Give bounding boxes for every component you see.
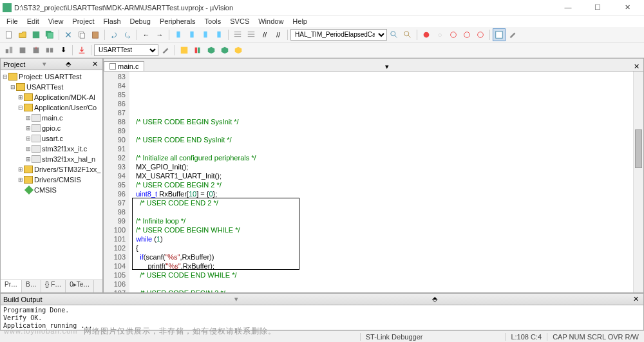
tree-node[interactable]: ⊟Application/User/Co [2,102,101,113]
svg-rect-19 [10,46,12,53]
project-panel-header: Project ▾ ⬘ ✕ [1,59,102,70]
new-icon[interactable] [3,28,15,41]
menu-svcs[interactable]: SVCS [226,17,253,25]
menu-view[interactable]: View [44,17,68,25]
books-icon[interactable] [191,44,204,57]
tree-node[interactable]: ⊞main.c [2,113,101,123]
pack2-icon[interactable] [218,44,231,57]
svg-rect-26 [198,47,200,53]
panel-dropdown-icon[interactable]: ▾ [43,60,46,68]
tab-dropdown-icon[interactable]: ▾ [381,62,393,71]
bookmark-icon[interactable] [172,28,185,41]
project-tree[interactable]: ⊟Project: USARTTest⊟USARTTest⊞Applicatio… [1,70,102,280]
outdent-icon[interactable] [245,28,258,41]
svg-point-15 [464,32,470,37]
status-debugger: ST-Link Debugger [360,333,428,341]
menu-file[interactable]: File [3,17,22,25]
tab-main-c[interactable]: main.c [104,61,144,71]
nav-fwd-icon[interactable]: → [153,28,166,41]
build-icon[interactable] [16,44,29,57]
uncomment-icon[interactable]: // [272,28,285,41]
menu-debug[interactable]: Debug [126,17,155,25]
tree-node[interactable]: ⊞Drivers/STM32F1xx_ [2,164,101,175]
minimize-button[interactable]: — [559,3,577,12]
menu-window[interactable]: Window [254,17,287,25]
watermark: www.toymoban.com 网络图片仅供展示，非存储，如有侵权请联系删除。 [4,326,276,337]
svg-rect-0 [6,31,12,38]
breakpoint3-icon[interactable] [460,28,473,41]
pack-icon[interactable] [205,44,218,57]
save-all-icon[interactable] [43,28,56,41]
configure-icon[interactable] [506,28,519,41]
svg-rect-7 [176,31,180,37]
target-combo[interactable]: USARTTest [94,44,158,56]
open-icon[interactable] [16,28,29,41]
build-toolbar: ⬇ USARTTest [0,43,644,58]
project-tab[interactable]: B… [22,280,41,292]
stop-build-icon[interactable]: ⬇ [57,44,70,57]
output-dropdown-icon[interactable]: ▾ [234,295,238,303]
cut-icon[interactable] [62,28,75,41]
debug-icon[interactable] [420,28,433,41]
file-icon [109,63,116,70]
panel-pin-icon[interactable]: ⬘ [64,60,73,68]
menu-flash[interactable]: Flash [100,17,125,25]
bookmark-clear-icon[interactable] [213,28,225,41]
tree-node[interactable]: ⊞gpio.c [2,123,101,133]
code-editor[interactable]: 8384858687888990919293949596979899100101… [104,71,643,292]
close-button[interactable]: ✕ [618,3,636,12]
scrollbar-thumb[interactable] [635,129,642,168]
paste-icon[interactable] [89,28,102,41]
menu-bar: FileEditViewProjectFlashDebugPeripherals… [0,15,644,27]
tab-close-icon[interactable]: ✕ [630,62,643,71]
bookmark-next-icon[interactable] [199,28,212,41]
project-tab[interactable]: Pr… [1,280,22,292]
nav-back-icon[interactable]: ← [140,28,153,41]
menu-help[interactable]: Help [289,17,311,25]
project-tab[interactable]: 0▸Te… [66,280,94,292]
vertical-scrollbar[interactable] [633,71,643,292]
tree-node[interactable]: ⊞Application/MDK-Al [2,92,101,102]
window-layout-icon[interactable] [493,28,506,41]
menu-edit[interactable]: Edit [23,17,43,25]
status-cursor-pos: L:108 C:4 [505,333,547,341]
svg-marker-27 [208,46,215,53]
output-pin-icon[interactable]: ⬘ [430,295,439,303]
batch-build-icon[interactable] [43,44,56,57]
translate-icon[interactable] [3,44,15,57]
breakpoint4-icon[interactable] [474,28,487,41]
tree-node[interactable]: ⊞Drivers/CMSIS [2,175,101,185]
menu-peripherals[interactable]: Peripherals [156,17,200,25]
tree-node[interactable]: ⊟USARTTest [2,82,101,92]
output-close-icon[interactable]: ✕ [631,295,641,303]
manage-icon[interactable] [178,44,191,57]
comment-icon[interactable]: // [258,28,271,41]
rebuild-icon[interactable] [30,44,43,57]
tree-node[interactable]: ⊞usart.c [2,133,101,144]
menu-tools[interactable]: Tools [201,17,225,25]
project-tabs: Pr…B…{} F…0▸Te… [1,280,102,292]
redo-icon[interactable] [121,28,134,41]
tree-node[interactable]: ⊟Project: USARTTest [2,71,101,82]
tree-node[interactable]: ⊞stm32f1xx_it.c [2,144,101,154]
undo-icon[interactable] [108,28,120,41]
indent-icon[interactable] [231,28,244,41]
copy-icon[interactable] [75,28,88,41]
find-icon[interactable] [388,28,401,41]
tree-node[interactable]: CMSIS [2,185,101,195]
save-icon[interactable] [30,28,43,41]
options-icon[interactable] [159,44,172,57]
maximize-button[interactable]: ☐ [589,3,607,12]
rte-icon[interactable] [232,44,245,57]
project-tab[interactable]: {} F… [41,280,66,292]
bookmark-prev-icon[interactable] [185,28,198,41]
panel-close-icon[interactable]: ✕ [90,60,100,68]
main-toolbar: ← → // // HAL_TIM_PeriodElapsedCall ○ [0,27,644,43]
find-combo[interactable]: HAL_TIM_PeriodElapsedCall [290,29,387,41]
breakpoint2-icon[interactable] [447,28,460,41]
download-icon[interactable] [75,44,88,57]
find-files-icon[interactable] [401,28,414,41]
svg-rect-23 [50,48,53,52]
tree-node[interactable]: ⊞stm32f1xx_hal_n [2,154,101,164]
menu-project[interactable]: Project [68,17,98,25]
